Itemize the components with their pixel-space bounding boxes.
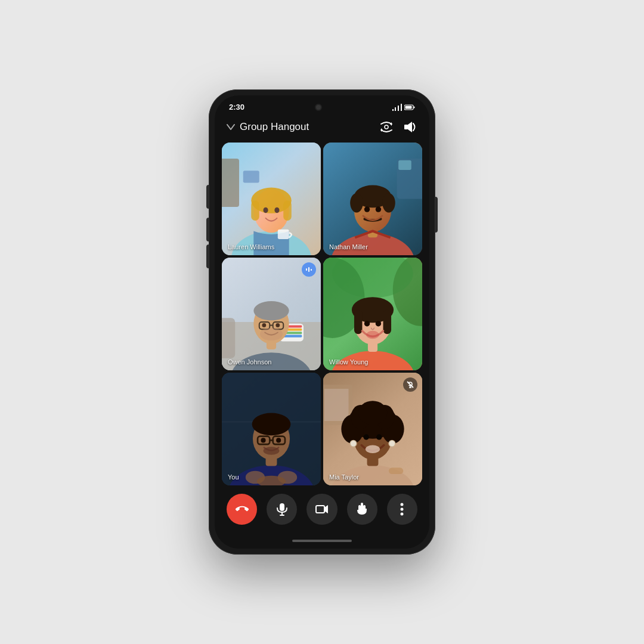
svg-rect-18 xyxy=(251,200,259,221)
svg-marker-0 xyxy=(401,104,402,111)
video-tile-mia[interactable]: Mia Taylor xyxy=(323,373,422,485)
svg-rect-36 xyxy=(222,318,235,358)
svg-rect-13 xyxy=(222,159,239,207)
svg-point-79 xyxy=(276,438,281,442)
svg-point-50 xyxy=(275,323,280,327)
camera-notch xyxy=(315,104,322,111)
svg-rect-52 xyxy=(306,268,307,271)
svg-rect-86 xyxy=(324,389,349,421)
video-tile-lauren[interactable]: Lauren Williams xyxy=(222,143,321,255)
svg-marker-2 xyxy=(395,107,396,111)
participant-name-owen: Owen Johnson xyxy=(228,358,271,366)
svg-point-113 xyxy=(401,503,404,506)
status-time: 2:30 xyxy=(229,103,244,112)
svg-point-114 xyxy=(401,508,404,511)
svg-point-97 xyxy=(376,434,382,439)
video-tile-owen[interactable]: Owen Johnson xyxy=(222,258,321,370)
svg-point-74 xyxy=(252,413,291,436)
muted-indicator-mia xyxy=(403,377,417,392)
svg-point-31 xyxy=(382,193,395,212)
svg-point-9 xyxy=(385,125,388,129)
svg-point-21 xyxy=(274,208,279,213)
end-call-button[interactable] xyxy=(227,494,257,525)
svg-point-100 xyxy=(389,440,395,447)
video-tile-willow[interactable]: Willow Young xyxy=(323,258,422,370)
svg-point-45 xyxy=(253,301,289,320)
svg-rect-54 xyxy=(311,269,312,271)
speaker-icon[interactable] xyxy=(403,120,417,134)
svg-point-80 xyxy=(264,447,280,455)
speaking-indicator-owen xyxy=(302,262,316,277)
status-bar: 2:30 xyxy=(215,95,429,114)
status-icons xyxy=(392,104,415,111)
svg-point-99 xyxy=(350,440,357,447)
call-header-actions xyxy=(379,120,417,134)
call-controls xyxy=(215,485,429,537)
svg-rect-19 xyxy=(283,200,292,221)
phone-screen: 2:30 xyxy=(215,95,429,549)
participant-name-you: You xyxy=(228,473,239,481)
raise-hand-button[interactable] xyxy=(347,494,377,525)
svg-marker-1 xyxy=(398,106,399,111)
svg-rect-14 xyxy=(243,171,259,182)
call-title-area: Group Hangout xyxy=(227,121,309,133)
participant-name-willow: Willow Young xyxy=(329,358,368,366)
svg-point-51 xyxy=(260,327,283,340)
phone-device: 2:30 xyxy=(209,89,435,555)
svg-rect-6 xyxy=(405,106,412,109)
svg-rect-108 xyxy=(316,506,324,513)
participant-name-lauren: Lauren Williams xyxy=(228,243,274,250)
flip-camera-icon[interactable] xyxy=(379,120,394,134)
svg-point-78 xyxy=(261,438,265,442)
battery-icon xyxy=(404,104,415,110)
svg-point-20 xyxy=(264,208,268,213)
svg-point-65 xyxy=(364,321,370,326)
svg-point-115 xyxy=(401,513,404,516)
svg-point-98 xyxy=(366,445,380,454)
svg-point-33 xyxy=(376,206,381,212)
svg-point-67 xyxy=(366,331,379,339)
svg-point-30 xyxy=(350,193,363,212)
video-grid: Lauren Williams xyxy=(215,143,429,485)
svg-rect-101 xyxy=(389,467,403,474)
svg-rect-25 xyxy=(398,160,411,170)
svg-rect-10 xyxy=(404,125,408,129)
svg-rect-53 xyxy=(308,267,309,272)
video-button[interactable] xyxy=(306,494,337,525)
svg-rect-105 xyxy=(280,503,284,511)
chevron-down-icon[interactable] xyxy=(227,122,235,132)
svg-point-96 xyxy=(363,434,369,439)
mute-button[interactable] xyxy=(267,494,297,525)
video-tile-nathan[interactable]: Nathan Miller xyxy=(323,143,422,255)
svg-marker-11 xyxy=(408,122,412,132)
signal-icon xyxy=(392,104,402,111)
participant-name-mia: Mia Taylor xyxy=(329,473,359,481)
participant-name-nathan: Nathan Miller xyxy=(329,243,368,250)
video-tile-you[interactable]: You xyxy=(222,373,321,485)
svg-rect-22 xyxy=(278,230,289,239)
call-title: Group Hangout xyxy=(240,121,309,133)
home-bar xyxy=(292,540,352,542)
svg-point-32 xyxy=(364,206,370,212)
svg-point-66 xyxy=(376,321,381,326)
svg-rect-5 xyxy=(414,106,415,108)
call-header: Group Hangout xyxy=(215,114,429,143)
svg-rect-63 xyxy=(354,310,363,335)
more-options-button[interactable] xyxy=(387,494,417,525)
svg-marker-3 xyxy=(392,109,394,111)
svg-rect-64 xyxy=(383,310,392,335)
svg-point-95 xyxy=(358,401,388,425)
home-indicator xyxy=(215,537,429,549)
svg-point-49 xyxy=(262,323,266,327)
